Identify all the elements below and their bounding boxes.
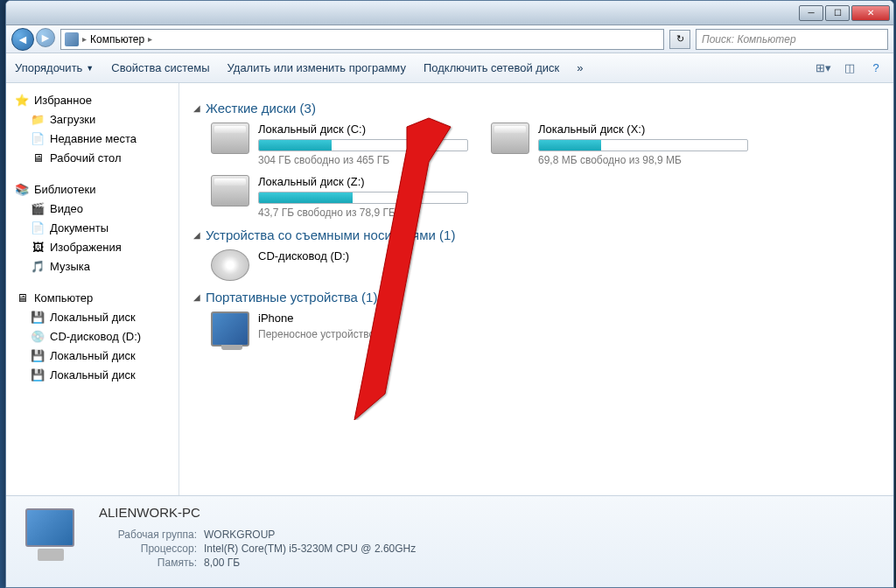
workgroup-value: WORKGROUP bbox=[204, 528, 275, 541]
forward-button[interactable]: ► bbox=[36, 28, 55, 47]
star-icon: ⭐ bbox=[15, 93, 29, 107]
preview-pane-icon[interactable]: ◫ bbox=[841, 60, 858, 77]
recent-icon: 📄 bbox=[31, 131, 45, 145]
sidebar-desktop[interactable]: 🖥Рабочий стол bbox=[6, 148, 178, 167]
view-options-icon[interactable]: ⊞▾ bbox=[815, 60, 832, 77]
explorer-window: ─ ☐ ✕ ◄ ► ▸ Компьютер ▸ ↻ Поиск: Компьют… bbox=[5, 0, 894, 588]
section-portable[interactable]: ◢Портативные устройства (1) bbox=[193, 290, 879, 304]
sidebar-local-disk[interactable]: 💾Локальный диск bbox=[6, 365, 178, 384]
sidebar-recent[interactable]: 📄Недавние места bbox=[6, 129, 178, 148]
sidebar-favorites[interactable]: ⭐Избранное bbox=[6, 90, 178, 109]
documents-icon: 📄 bbox=[31, 220, 45, 234]
system-properties-button[interactable]: Свойства системы bbox=[111, 61, 209, 74]
sidebar-documents[interactable]: 📄Документы bbox=[6, 218, 178, 237]
cpu-value: Intel(R) Core(TM) i5-3230M CPU @ 2.60GHz bbox=[204, 542, 416, 555]
refresh-button[interactable]: ↻ bbox=[669, 30, 690, 49]
address-bar: ◄ ► ▸ Компьютер ▸ ↻ Поиск: Компьютер bbox=[6, 25, 893, 53]
drive-c[interactable]: Локальный диск (C:) 304 ГБ свободно из 4… bbox=[211, 122, 456, 166]
sidebar-local-disk[interactable]: 💾Локальный диск bbox=[6, 346, 178, 365]
computer-large-icon bbox=[20, 505, 81, 566]
chevron-icon: ▸ bbox=[148, 34, 152, 44]
drive-icon: 💾 bbox=[31, 368, 45, 382]
capacity-text: 304 ГБ свободно из 465 ГБ bbox=[258, 154, 468, 166]
maximize-button[interactable]: ☐ bbox=[825, 5, 850, 21]
hdd-icon bbox=[211, 175, 249, 206]
drive-label: Локальный диск (C:) bbox=[258, 122, 468, 136]
capacity-bar bbox=[258, 192, 468, 204]
close-button[interactable]: ✕ bbox=[851, 5, 890, 21]
back-button[interactable]: ◄ bbox=[11, 28, 34, 51]
hdd-icon bbox=[491, 122, 529, 154]
content-area: ◢Жесткие диски (3) Локальный диск (C:) 3… bbox=[179, 83, 893, 495]
chevron-down-icon: ▼ bbox=[86, 64, 94, 73]
section-hard-drives[interactable]: ◢Жесткие диски (3) bbox=[193, 101, 879, 116]
collapse-icon: ◢ bbox=[193, 230, 200, 240]
device-label: iPhone bbox=[258, 312, 456, 325]
capacity-text: 69,8 МБ свободно из 98,9 МБ bbox=[538, 154, 748, 166]
help-icon[interactable]: ? bbox=[867, 60, 885, 77]
capacity-bar bbox=[258, 139, 468, 151]
drive-x[interactable]: Локальный диск (X:) 69,8 МБ свободно из … bbox=[491, 122, 736, 166]
capacity-bar bbox=[538, 139, 748, 151]
drive-label: Локальный диск (X:) bbox=[538, 122, 748, 136]
titlebar: ─ ☐ ✕ bbox=[6, 1, 893, 25]
cpu-label: Процессор: bbox=[99, 542, 204, 555]
drive-cd[interactable]: CD-дисковод (D:) bbox=[211, 249, 456, 281]
computer-name: ALIENWORK-PC bbox=[99, 505, 416, 520]
minimize-button[interactable]: ─ bbox=[799, 5, 823, 21]
search-input[interactable]: Поиск: Компьютер bbox=[696, 29, 888, 50]
toolbar: Упорядочить▼ Свойства системы Удалить ил… bbox=[6, 53, 893, 83]
section-removable[interactable]: ◢Устройства со съемными носителями (1) bbox=[193, 228, 879, 242]
drive-icon: 💾 bbox=[31, 348, 45, 362]
computer-icon: 🖥 bbox=[15, 290, 29, 304]
chevron-icon: ▸ bbox=[82, 34, 87, 44]
collapse-icon: ◢ bbox=[193, 103, 200, 113]
music-icon: 🎵 bbox=[31, 259, 45, 273]
drive-z[interactable]: Локальный диск (Z:) 43,7 ГБ свободно из … bbox=[211, 175, 456, 219]
capacity-text: 43,7 ГБ свободно из 78,9 ГБ bbox=[258, 206, 468, 219]
device-iphone[interactable]: iPhone Переносное устройство bbox=[211, 312, 456, 346]
breadcrumb[interactable]: Компьютер bbox=[90, 33, 144, 46]
cd-icon: 💿 bbox=[31, 329, 45, 343]
drive-label: CD-дисковод (D:) bbox=[258, 249, 456, 262]
video-icon: 🎬 bbox=[31, 201, 45, 215]
sidebar-libraries[interactable]: 📚Библиотеки bbox=[6, 179, 178, 199]
collapse-icon: ◢ bbox=[193, 292, 200, 302]
drive-label: Локальный диск (Z:) bbox=[258, 175, 468, 188]
ram-value: 8,00 ГБ bbox=[204, 556, 240, 569]
folder-icon: 📁 bbox=[31, 112, 45, 126]
hdd-icon bbox=[211, 122, 249, 154]
navigation-pane: ⭐Избранное 📁Загрузки 📄Недавние места 🖥Ра… bbox=[6, 83, 179, 495]
toolbar-overflow[interactable]: » bbox=[577, 61, 583, 74]
sidebar-music[interactable]: 🎵Музыка bbox=[6, 256, 178, 276]
pictures-icon: 🖼 bbox=[31, 240, 45, 254]
computer-icon bbox=[65, 32, 79, 46]
details-pane: ALIENWORK-PC Рабочая группа:WORKGROUP Пр… bbox=[6, 495, 893, 587]
ram-label: Память: bbox=[99, 556, 204, 569]
device-icon bbox=[211, 312, 249, 346]
map-network-drive-button[interactable]: Подключить сетевой диск bbox=[424, 61, 559, 74]
workgroup-label: Рабочая группа: bbox=[99, 528, 204, 541]
sidebar-pictures[interactable]: 🖼Изображения bbox=[6, 237, 178, 256]
drive-icon: 💾 bbox=[31, 310, 45, 324]
sidebar-cd-drive[interactable]: 💿CD-дисковод (D:) bbox=[6, 326, 178, 346]
libraries-icon: 📚 bbox=[15, 182, 29, 196]
cd-icon bbox=[211, 249, 249, 281]
sidebar-downloads[interactable]: 📁Загрузки bbox=[6, 109, 178, 129]
sidebar-video[interactable]: 🎬Видео bbox=[6, 199, 178, 218]
organize-menu[interactable]: Упорядочить▼ bbox=[15, 61, 94, 74]
desktop-icon: 🖥 bbox=[31, 150, 45, 164]
sidebar-local-disk[interactable]: 💾Локальный диск bbox=[6, 307, 178, 326]
device-type: Переносное устройство bbox=[258, 328, 456, 340]
address-input[interactable]: ▸ Компьютер ▸ bbox=[60, 29, 664, 50]
uninstall-program-button[interactable]: Удалить или изменить программу bbox=[228, 61, 406, 74]
sidebar-computer[interactable]: 🖥Компьютер bbox=[6, 288, 178, 307]
